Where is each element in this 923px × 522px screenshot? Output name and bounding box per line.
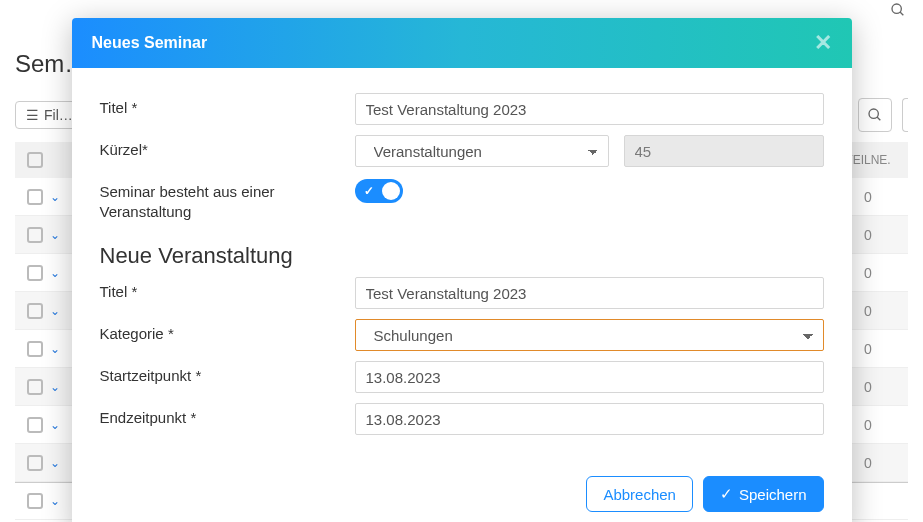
event-titel-input[interactable]: [355, 277, 824, 309]
titel-input[interactable]: [355, 93, 824, 125]
cancel-button[interactable]: Abbrechen: [586, 476, 693, 512]
label-event-titel: Titel *: [100, 277, 355, 302]
label-single-event: Seminar besteht aus einer Veranstaltung: [100, 177, 355, 221]
label-end: Endzeitpunkt *: [100, 403, 355, 428]
cancel-label: Abbrechen: [603, 486, 676, 503]
section-new-event: Neue Veranstaltung: [100, 243, 824, 269]
save-button[interactable]: ✓ Speichern: [703, 476, 824, 512]
modal-overlay: Neues Seminar ✕ Titel * Kürzel* Veransta…: [0, 0, 923, 522]
label-titel: Titel *: [100, 93, 355, 118]
label-kategorie: Kategorie *: [100, 319, 355, 344]
end-input[interactable]: [355, 403, 824, 435]
label-kurzel: Kürzel*: [100, 135, 355, 160]
modal-title: Neues Seminar: [92, 34, 208, 52]
new-seminar-modal: Neues Seminar ✕ Titel * Kürzel* Veransta…: [72, 18, 852, 522]
check-icon: ✓: [364, 184, 374, 198]
close-icon[interactable]: ✕: [814, 32, 832, 54]
check-icon: ✓: [720, 485, 733, 503]
kategorie-select[interactable]: Schulungen: [355, 319, 824, 351]
kurzel-select[interactable]: Veranstaltungen: [355, 135, 609, 167]
save-label: Speichern: [739, 486, 807, 503]
modal-header: Neues Seminar ✕: [72, 18, 852, 68]
single-event-toggle[interactable]: ✓: [355, 179, 403, 203]
start-input[interactable]: [355, 361, 824, 393]
kurzel-number: [624, 135, 824, 167]
label-start: Startzeitpunkt *: [100, 361, 355, 386]
